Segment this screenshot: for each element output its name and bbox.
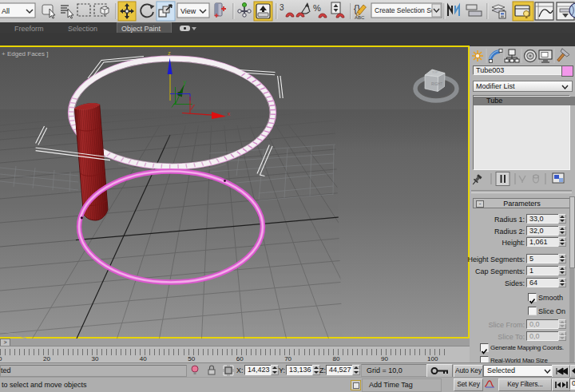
svg-text:RIGHT: RIGHT [431, 82, 442, 86]
svg-text:y: y [184, 78, 187, 85]
svg-text:%: % [313, 3, 321, 13]
svg-text:All: All [2, 7, 10, 15]
svg-text:TOP: TOP [432, 71, 438, 74]
svg-text:3: 3 [280, 3, 284, 12]
svg-text:x: x [228, 110, 231, 117]
svg-text:Create Selection Se: Create Selection Se [375, 6, 435, 14]
svg-text:+ Edged Faces ]: + Edged Faces ] [2, 50, 48, 57]
svg-text:ABC: ABC [355, 15, 365, 20]
svg-text:View: View [180, 7, 196, 15]
svg-text:z: z [168, 49, 171, 57]
